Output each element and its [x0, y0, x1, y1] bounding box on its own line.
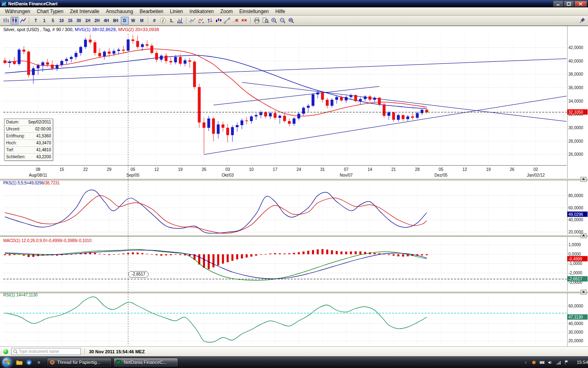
svg-text:-2,0000: -2,0000 — [568, 271, 582, 275]
mvg1-line — [5, 55, 427, 109]
window-title: NetDania FinanceChart — [8, 1, 552, 6]
pin-button[interactable] — [578, 17, 586, 25]
svg-text:60,0000: 60,0000 — [568, 206, 584, 210]
interval-10-button[interactable]: 10 — [58, 17, 65, 25]
ie-icon: e — [26, 359, 32, 366]
menu-bearbeiten[interactable]: Bearbeiten — [136, 8, 167, 15]
pks-grid: 80,000060,000040,000020,0000 — [3, 186, 584, 234]
menu-chart-typen[interactable]: Chart Typen — [33, 8, 67, 15]
trendline-button[interactable] — [223, 17, 231, 25]
rsi-panel-label: RSI(1) 14=47,1130 — [3, 293, 38, 297]
menu-zoom[interactable]: Zoom — [217, 8, 236, 15]
interval-1h-button[interactable]: 1H — [83, 17, 92, 25]
panel-collapse-handle[interactable] — [581, 290, 586, 294]
decimals-button[interactable]: 1, — [168, 17, 176, 25]
interval-4h-button[interactable]: 4H — [102, 17, 111, 25]
interval-w-button[interactable]: W — [129, 17, 137, 25]
arrows-updown-button[interactable] — [206, 17, 214, 25]
menu-einstellungen[interactable]: Einstellungen — [236, 8, 272, 15]
volume-icon[interactable] — [546, 359, 554, 366]
line-chart-button[interactable] — [19, 17, 27, 25]
bar-chart-button[interactable] — [2, 17, 10, 25]
interval-15-button[interactable]: 15 — [66, 17, 74, 25]
delete-all-button[interactable] — [241, 17, 248, 25]
maximize-button[interactable] — [564, 1, 574, 7]
interval-m-button[interactable]: M — [138, 17, 146, 25]
zigzag-blue-button[interactable] — [189, 17, 197, 25]
candlestick-chart-icon — [11, 17, 18, 24]
panel-splitter[interactable] — [0, 233, 588, 238]
menu-indikatoren[interactable]: Indikatoren — [186, 8, 217, 15]
svg-text:20,0000: 20,0000 — [568, 339, 584, 343]
close-button[interactable] — [575, 1, 587, 7]
instrument-search[interactable] — [11, 348, 81, 355]
panel-collapse-handle[interactable] — [581, 177, 586, 182]
taskbar-button-netdania[interactable]: NetDania FinanceC... — [114, 358, 178, 367]
svg-text:Sep/05: Sep/05 — [127, 173, 140, 177]
action-center-icon[interactable] — [563, 359, 570, 366]
volume-button[interactable] — [176, 17, 184, 25]
search-icon — [13, 349, 18, 354]
pattern-button[interactable] — [215, 17, 223, 25]
interval-5-button[interactable]: 5 — [49, 17, 57, 25]
current-price-badge: 32,3350 — [567, 109, 588, 114]
language-icon[interactable] — [538, 359, 546, 366]
svg-text:38,0000: 38,0000 — [568, 72, 584, 76]
panel-collapse-handle[interactable] — [581, 233, 586, 238]
rsi-grid: 60,000040,000030,000020,0000 — [3, 297, 584, 346]
hidden-icons-icon[interactable]: ‹ — [522, 359, 529, 366]
start-button[interactable] — [2, 357, 12, 368]
ohlc-tooltip-row: Hoch:43,3470 — [4, 140, 53, 147]
orange-dot-icon — [531, 360, 537, 365]
folder-button[interactable] — [15, 358, 24, 367]
trendlines[interactable] — [4, 58, 567, 154]
panel-splitter[interactable] — [0, 290, 588, 294]
svg-text:Jan/02/12: Jan/02/12 — [527, 173, 545, 177]
search-input[interactable] — [18, 349, 79, 354]
svg-text:14: 14 — [368, 167, 372, 172]
info-button[interactable]: i — [159, 17, 167, 25]
bar-count-button[interactable]: # — [151, 17, 158, 25]
interval-8h-button[interactable]: 8H — [111, 17, 120, 25]
candlestick-chart-button[interactable] — [11, 17, 18, 25]
interval-2h-button[interactable]: 2H — [93, 17, 101, 25]
svg-text:26,0000: 26,0000 — [568, 152, 584, 157]
network-icon[interactable] — [555, 359, 562, 366]
print-preview-button[interactable] — [262, 17, 270, 25]
delete-line-button[interactable] — [232, 17, 240, 25]
quick-launch: e» — [14, 358, 44, 367]
minimize-button[interactable] — [553, 1, 563, 7]
bar-count-icon: # — [151, 17, 158, 24]
taskbar-clock[interactable]: 15:54 — [577, 360, 588, 365]
line-chart-icon — [20, 17, 27, 24]
svg-text:42,0000: 42,0000 — [568, 45, 584, 50]
zoom-out-button[interactable] — [279, 17, 287, 25]
menu-linien[interactable]: Linien — [167, 8, 186, 15]
svg-text:-0,4999: -0,4999 — [568, 257, 582, 261]
interval-t-button[interactable]: T — [32, 17, 40, 25]
zigzag-red-button[interactable] — [198, 17, 205, 25]
svg-text:08: 08 — [36, 167, 41, 172]
interval-30-button[interactable]: 30 — [75, 17, 82, 25]
updates-icon[interactable] — [530, 359, 537, 366]
panel-splitter[interactable] — [0, 177, 588, 182]
menu-waehrungen[interactable]: Währungen — [2, 8, 33, 15]
network-icon — [556, 360, 561, 365]
internet-explorer-button[interactable]: e — [24, 358, 33, 367]
candlestick-series — [4, 35, 428, 154]
menu-zeit-intervalle[interactable]: Zeit Intervalle — [67, 8, 102, 15]
menu-anschauung[interactable]: Anschauung — [102, 8, 136, 15]
menu-hilfe[interactable]: Hilfe — [272, 8, 288, 15]
zoom-in-button[interactable] — [270, 17, 278, 25]
overflow-button[interactable]: » — [34, 358, 43, 367]
macd-level-badge: -2,6517 — [567, 276, 588, 281]
taskbar-button-thread[interactable]: Thread für Papiertig... — [47, 358, 111, 367]
svg-text:1,: 1, — [170, 18, 174, 23]
print-button[interactable] — [253, 17, 261, 25]
interval-d-button[interactable]: D — [121, 17, 129, 25]
macd-grid: 1,00000,0000-1,0000-2,0000-3,0000 — [3, 242, 582, 291]
zoom-reset-button[interactable] — [287, 17, 295, 25]
svg-text:#: # — [153, 18, 156, 23]
chart-canvas[interactable]: 42,000040,000038,000036,000034,000032,00… — [0, 26, 588, 347]
interval-1-button[interactable]: 1 — [40, 17, 48, 25]
